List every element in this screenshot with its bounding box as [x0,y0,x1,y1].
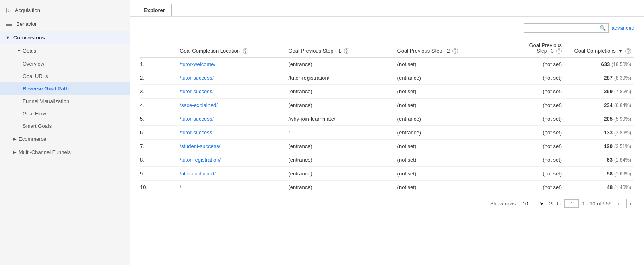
sidebar-item-behavior[interactable]: ▬ Behavior [0,17,130,31]
pagination-row: Show rows: 10 25 50 100 Go to: 1 - 10 of… [140,194,634,210]
col-completions-help[interactable]: ? [625,48,631,54]
completion-value: 58 [607,171,613,177]
row-location: /tutor-welcome/ [180,58,288,71]
behavior-icon: ▬ [6,21,12,27]
row-step1: / [288,126,397,140]
row-step1: /tutor-registration/ [288,71,397,85]
col-step2-help[interactable]: ? [452,48,458,54]
row-num: 10. [140,181,180,194]
row-step1: (entrance) [288,153,397,167]
sidebar-item-goal-flow[interactable]: Goal Flow [0,107,130,120]
completion-pct: (3.51%) [614,144,631,149]
col-completions-header: Goal Completions ▼ ? [565,39,634,58]
goals-header[interactable]: ▾ Goals [0,44,130,58]
completion-pct: (8.39%) [614,75,631,81]
row-location: /student-success/ [180,140,288,153]
row-num: 7. [140,140,180,153]
row-location: /tutor-success/ [180,112,288,126]
row-step1: (entrance) [288,85,397,99]
rows-per-page-select[interactable]: 10 25 50 100 [519,199,545,208]
row-num: 4. [140,99,180,112]
main-content: Explorer 🔍 advanced Goal Completion Loca… [130,0,644,265]
row-completions: 287 (8.39%) [565,71,634,85]
completion-pct: (1.40%) [614,185,631,190]
sidebar-item-smart-goals[interactable]: Smart Goals [0,120,130,132]
sidebar-item-overview[interactable]: Overview [0,58,130,70]
row-location: /tutor-success/ [180,126,288,140]
sidebar-item-acquisition[interactable]: ▷ Acquisition [0,3,130,17]
row-step1: (entrance) [288,99,397,112]
conversions-icon: ▾ [6,34,9,41]
multichannel-arrow: ▶ [13,150,16,155]
row-step2: (not set) [397,58,496,71]
completion-pct: (7.86%) [614,89,631,94]
prev-page-button[interactable]: ‹ [615,199,623,208]
row-step2: (not set) [397,181,496,194]
content-area: 🔍 advanced Goal Completion Location ? Go… [130,17,644,265]
row-step3: (not set) [496,99,565,112]
sidebar-item-multi-channel[interactable]: ▶ Multi-Channel Funnels [0,146,130,159]
row-step3: (not set) [496,181,565,194]
row-step1: (entrance) [288,181,397,194]
row-step2: (entrance) [397,112,496,126]
tab-bar: Explorer [130,0,644,17]
completion-value: 133 [604,129,613,136]
row-completions: 269 (7.86%) [565,85,634,99]
col-location-header: Goal Completion Location ? [180,39,288,58]
search-row: 🔍 advanced [140,23,634,33]
col-step1-header: Goal Previous Step - 1 ? [288,39,397,58]
row-completions: 205 (5.99%) [565,112,634,126]
table-row: 3. /tutor-success/ (entrance) (not set) … [140,85,634,99]
col-step3-help[interactable]: ? [556,48,562,54]
tab-explorer[interactable]: Explorer [137,4,172,16]
completion-value: 63 [607,157,613,163]
row-step2: (entrance) [397,71,496,85]
sort-arrow: ▼ [618,49,623,53]
ecommerce-arrow: ▶ [13,136,16,142]
row-step2: (not set) [397,85,496,99]
completion-value: 269 [604,88,613,94]
acquisition-icon: ▷ [6,7,11,13]
sidebar-item-funnel-visualization[interactable]: Funnel Visualization [0,95,130,107]
row-step1: (entrance) [288,140,397,153]
row-location: /tutor-registration/ [180,153,288,167]
next-page-button[interactable]: › [626,199,634,208]
search-input[interactable] [527,25,599,31]
advanced-link[interactable]: advanced [612,25,634,31]
row-step3: (not set) [496,167,565,181]
table-row: 4. /sace-explained/ (entrance) (not set)… [140,99,634,112]
rows-select: Show rows: 10 25 50 100 [490,199,545,208]
sidebar-item-ecommerce[interactable]: ▶ Ecommerce [0,132,130,146]
completion-value: 287 [604,75,613,81]
col-step1-help[interactable]: ? [344,48,349,54]
row-location: / [180,181,288,194]
row-completions: 120 (3.51%) [565,140,634,153]
table-row: 7. /student-success/ (entrance) (not set… [140,140,634,153]
table-row: 9. /atar-explained/ (entrance) (not set)… [140,167,634,181]
sidebar-item-goal-urls[interactable]: Goal URLs [0,70,130,82]
search-box: 🔍 [524,23,609,33]
page-info: 1 - 10 of 556 [582,201,611,207]
row-location: /tutor-success/ [180,71,288,85]
row-step3: (not set) [496,71,565,85]
search-icon[interactable]: 🔍 [599,25,606,31]
completion-pct: (1.84%) [614,157,631,163]
table-row: 2. /tutor-success/ /tutor-registration/ … [140,71,634,85]
goals-arrow: ▾ [18,48,20,53]
sidebar-item-reverse-goal-path[interactable]: Reverse Goal Path [0,82,130,95]
table-row: 6. /tutor-success/ / (entrance) (not set… [140,126,634,140]
row-step1: (entrance) [288,58,397,71]
col-location-help[interactable]: ? [243,48,248,54]
row-num: 3. [140,85,180,99]
goto-input[interactable] [564,199,579,208]
row-step3: (not set) [496,153,565,167]
row-step3: (not set) [496,126,565,140]
row-completions: 63 (1.84%) [565,153,634,167]
completion-value: 120 [604,143,613,149]
sidebar-item-conversions[interactable]: ▾ Conversions [0,31,130,44]
row-completions: 48 (1.40%) [565,181,634,194]
row-num: 6. [140,126,180,140]
row-step3: (not set) [496,85,565,99]
row-completions: 133 (3.89%) [565,126,634,140]
row-step2: (entrance) [397,126,496,140]
